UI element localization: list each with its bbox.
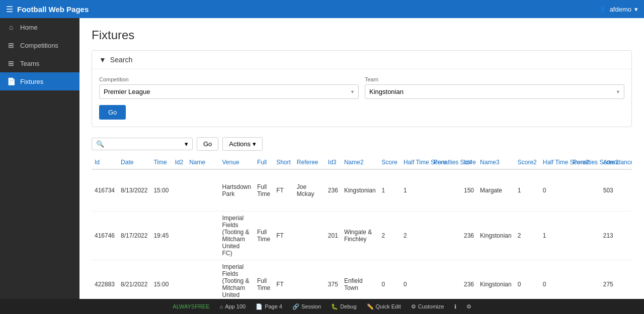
team-label: Team (365, 76, 624, 82)
bottombar-session[interactable]: 🔗 Session (292, 303, 321, 310)
col-half-time-score[interactable]: Half Time Score (400, 156, 431, 169)
home-bottom-icon: ⌂ (219, 303, 223, 309)
col-name[interactable]: Name (186, 156, 219, 169)
sidebar-item-competitions-label: Competitions (20, 42, 58, 49)
sidebar-item-home[interactable]: ⌂ Home (0, 18, 79, 36)
competition-select[interactable]: Premier League (99, 84, 359, 99)
col-short[interactable]: Short (273, 156, 294, 169)
topbar: ☰ Football Web Pages 👤 afdemo ▾ (0, 0, 644, 18)
bottombar-info[interactable]: ℹ (454, 303, 456, 310)
customize-label: Customize (418, 303, 444, 309)
table-search-input[interactable] (104, 140, 185, 148)
session-icon: 🔗 (292, 303, 299, 310)
col-penalties-score[interactable]: Penalties Score (431, 156, 461, 169)
search-icon: 🔍 (96, 140, 104, 148)
search-row: Competition Premier League Team Kingston… (99, 76, 624, 99)
main-content: Fixtures ▼ Search Competition Premier Le… (79, 18, 644, 299)
table-row[interactable]: 4167348/13/202215:00Hartsdown ParkFull T… (92, 169, 632, 212)
table-search-wrap: 🔍 ▾ (92, 138, 193, 150)
customize-icon: ⚙ (411, 303, 416, 310)
col-date[interactable]: Date (118, 156, 150, 169)
sidebar-item-teams-label: Teams (20, 60, 39, 67)
user-icon: 👤 (599, 6, 607, 13)
sidebar: ⌂ Home ⊞ Competitions ⊞ Teams 📄 Fixtures (0, 18, 79, 299)
bottombar-quick-edit[interactable]: ✏️ Quick Edit (367, 303, 401, 310)
col-attendance[interactable]: Attendance (600, 156, 632, 169)
home-icon: ⌂ (7, 23, 15, 31)
table-header-row: Id Date Time Id2 Name Venue Full Short R… (92, 156, 632, 169)
bottombar-customize[interactable]: ⚙ Customize (411, 303, 444, 310)
actions-button[interactable]: Actions ▾ (222, 137, 263, 151)
app-title: Football Web Pages (17, 5, 89, 14)
col-venue[interactable]: Venue (219, 156, 254, 169)
sidebar-item-competitions[interactable]: ⊞ Competitions (0, 36, 79, 54)
col-score[interactable]: Score (379, 156, 400, 169)
sidebar-item-fixtures-label: Fixtures (20, 78, 43, 85)
info-icon: ℹ (454, 303, 456, 310)
bottombar-page[interactable]: 📄 Page 4 (256, 303, 282, 310)
search-label: Search (110, 56, 132, 64)
col-time[interactable]: Time (150, 156, 172, 169)
sidebar-item-teams[interactable]: ⊞ Teams (0, 54, 79, 72)
competition-label: Competition (99, 76, 359, 82)
user-menu[interactable]: 👤 afdemo ▾ (599, 6, 638, 13)
col-id[interactable]: Id (92, 156, 118, 169)
quick-edit-label: Quick Edit (376, 303, 401, 309)
search-toggle[interactable]: ▼ Search (92, 51, 631, 69)
username: afdemo (610, 6, 631, 13)
debug-label: Debug (340, 303, 356, 309)
always-free-label: ALWAYSFREE (173, 303, 209, 309)
search-go-button[interactable]: Go (99, 105, 126, 120)
col-id2[interactable]: Id2 (172, 156, 186, 169)
app-label: App 100 (225, 303, 246, 309)
bottombar-settings[interactable]: ⚙ (466, 303, 471, 310)
col-name3[interactable]: Name3 (477, 156, 515, 169)
competition-group: Competition Premier League (99, 76, 359, 99)
page-icon: 📄 (256, 303, 263, 310)
bottombar-app[interactable]: ⌂ App 100 (219, 303, 246, 309)
col-half-time-score2[interactable]: Half Time Score2 (540, 156, 570, 169)
fixtures-table: Id Date Time Id2 Name Venue Full Short R… (92, 156, 632, 299)
fixtures-icon: 📄 (7, 77, 15, 85)
teams-icon: ⊞ (7, 59, 15, 67)
competition-select-wrapper: Premier League (99, 84, 359, 99)
table-row[interactable]: 4167468/17/202219:45Imperial Fields (Too… (92, 212, 632, 260)
sidebar-item-home-label: Home (20, 24, 38, 31)
bottombar: ALWAYSFREE ⌂ App 100 📄 Page 4 🔗 Session … (0, 299, 644, 314)
table-toolbar: 🔍 ▾ Go Actions ▾ (92, 137, 632, 151)
competitions-icon: ⊞ (7, 41, 15, 49)
triangle-icon: ▼ (99, 56, 106, 64)
actions-label: Actions (229, 140, 251, 148)
search-panel: ▼ Search Competition Premier League Team… (92, 50, 632, 127)
table-wrapper: Id Date Time Id2 Name Venue Full Short R… (92, 156, 632, 299)
table-go-button[interactable]: Go (197, 137, 218, 151)
search-body: Competition Premier League Team Kingston… (92, 69, 631, 127)
settings-icon: ⚙ (466, 303, 471, 310)
col-penalties-score2[interactable]: Penalties Score2 (570, 156, 600, 169)
actions-chevron-icon: ▾ (253, 140, 256, 148)
col-score2[interactable]: Score2 (515, 156, 540, 169)
col-id3[interactable]: Id3 (325, 156, 341, 169)
hamburger-icon[interactable]: ☰ (6, 5, 13, 14)
col-full[interactable]: Full (254, 156, 273, 169)
session-label: Session (301, 303, 321, 309)
quick-edit-icon: ✏️ (367, 303, 374, 310)
debug-icon: 🐛 (331, 303, 338, 310)
col-name2[interactable]: Name2 (341, 156, 379, 169)
table-body: 4167348/13/202215:00Hartsdown ParkFull T… (92, 169, 632, 299)
bottombar-debug[interactable]: 🐛 Debug (331, 303, 356, 310)
team-select[interactable]: Kingstonian (365, 84, 624, 99)
col-referee[interactable]: Referee (294, 156, 325, 169)
page-title: Fixtures (92, 28, 632, 42)
chevron-down-icon-search: ▾ (185, 140, 188, 148)
page-label: Page 4 (265, 303, 282, 309)
bottombar-always-free: ALWAYSFREE (173, 303, 209, 309)
team-group: Team Kingstonian (365, 76, 624, 99)
chevron-down-icon: ▾ (634, 6, 638, 13)
team-select-wrapper: Kingstonian (365, 84, 624, 99)
table-row[interactable]: 4228838/21/202215:00Imperial Fields (Too… (92, 260, 632, 299)
sidebar-item-fixtures[interactable]: 📄 Fixtures (0, 72, 79, 90)
